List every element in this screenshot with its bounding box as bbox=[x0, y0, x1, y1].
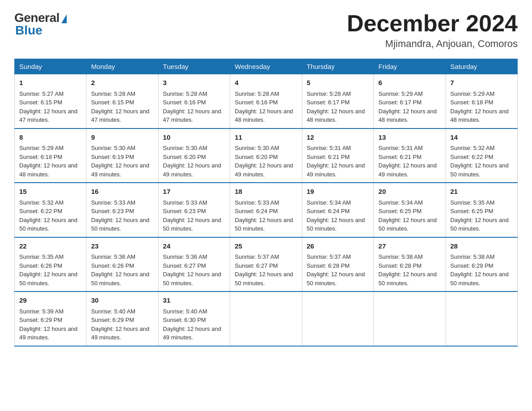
daylight-label: Daylight: 12 hours and 50 minutes. bbox=[450, 271, 509, 287]
daylight-label: Daylight: 12 hours and 49 minutes. bbox=[378, 162, 437, 178]
calendar-cell: 30 Sunrise: 5:40 AM Sunset: 6:29 PM Dayl… bbox=[86, 291, 158, 346]
header-tuesday: Tuesday bbox=[158, 59, 230, 74]
sunrise-label: Sunrise: 5:37 AM bbox=[307, 253, 351, 260]
sunset-label: Sunset: 6:23 PM bbox=[163, 208, 206, 214]
sunrise-label: Sunrise: 5:30 AM bbox=[91, 145, 135, 151]
sunset-label: Sunset: 6:25 PM bbox=[450, 208, 493, 214]
daylight-label: Daylight: 12 hours and 48 minutes. bbox=[378, 108, 437, 124]
sunset-label: Sunset: 6:26 PM bbox=[91, 262, 134, 269]
sunrise-label: Sunrise: 5:35 AM bbox=[450, 199, 495, 206]
daylight-label: Daylight: 12 hours and 50 minutes. bbox=[235, 271, 293, 287]
week-row-4: 22 Sunrise: 5:35 AM Sunset: 6:26 PM Dayl… bbox=[15, 237, 518, 292]
sunset-label: Sunset: 6:17 PM bbox=[378, 99, 421, 106]
day-number: 17 bbox=[163, 187, 225, 197]
daylight-label: Daylight: 12 hours and 49 minutes. bbox=[19, 325, 77, 341]
daylight-label: Daylight: 12 hours and 49 minutes. bbox=[91, 162, 149, 178]
calendar-cell: 7 Sunrise: 5:29 AM Sunset: 6:18 PM Dayli… bbox=[446, 74, 517, 128]
day-number: 11 bbox=[235, 133, 297, 143]
sunset-label: Sunset: 6:19 PM bbox=[91, 154, 134, 160]
sunrise-label: Sunrise: 5:40 AM bbox=[91, 308, 135, 315]
daylight-label: Daylight: 12 hours and 50 minutes. bbox=[91, 217, 149, 232]
calendar-cell: 25 Sunrise: 5:37 AM Sunset: 6:27 PM Dayl… bbox=[230, 237, 302, 292]
day-number: 7 bbox=[450, 78, 513, 88]
sunset-label: Sunset: 6:27 PM bbox=[235, 262, 278, 269]
sunset-label: Sunset: 6:22 PM bbox=[19, 208, 62, 214]
day-number: 4 bbox=[235, 78, 297, 88]
header-sunday: Sunday bbox=[15, 59, 86, 74]
calendar-cell: 10 Sunrise: 5:30 AM Sunset: 6:20 PM Dayl… bbox=[158, 128, 230, 183]
sunrise-label: Sunrise: 5:29 AM bbox=[378, 90, 423, 97]
daylight-label: Daylight: 12 hours and 48 minutes. bbox=[19, 162, 77, 178]
day-number: 22 bbox=[19, 241, 82, 252]
daylight-label: Daylight: 12 hours and 50 minutes. bbox=[307, 217, 365, 232]
day-number: 24 bbox=[163, 241, 225, 252]
sunset-label: Sunset: 6:24 PM bbox=[307, 208, 350, 214]
sunrise-label: Sunrise: 5:38 AM bbox=[450, 253, 495, 260]
sunrise-label: Sunrise: 5:28 AM bbox=[91, 90, 135, 97]
daylight-label: Daylight: 12 hours and 49 minutes. bbox=[307, 162, 365, 178]
calendar-cell: 19 Sunrise: 5:34 AM Sunset: 6:24 PM Dayl… bbox=[302, 183, 373, 237]
day-number: 20 bbox=[378, 187, 441, 197]
sunrise-label: Sunrise: 5:30 AM bbox=[235, 145, 279, 151]
calendar-cell: 27 Sunrise: 5:38 AM Sunset: 6:28 PM Dayl… bbox=[374, 237, 446, 292]
day-number: 31 bbox=[163, 295, 225, 306]
daylight-label: Daylight: 12 hours and 47 minutes. bbox=[91, 108, 149, 124]
sunset-label: Sunset: 6:29 PM bbox=[450, 262, 493, 269]
daylight-label: Daylight: 12 hours and 47 minutes. bbox=[19, 108, 77, 124]
day-number: 26 bbox=[307, 241, 369, 252]
sunset-label: Sunset: 6:18 PM bbox=[450, 99, 493, 106]
sunrise-label: Sunrise: 5:37 AM bbox=[235, 253, 279, 260]
sunset-label: Sunset: 6:26 PM bbox=[19, 262, 62, 269]
sunrise-label: Sunrise: 5:36 AM bbox=[163, 253, 207, 260]
day-number: 8 bbox=[19, 133, 82, 143]
sunrise-label: Sunrise: 5:40 AM bbox=[163, 308, 207, 315]
day-number: 27 bbox=[378, 241, 441, 252]
month-title: December 2024 bbox=[347, 11, 518, 36]
sunset-label: Sunset: 6:18 PM bbox=[19, 154, 62, 160]
calendar-cell: 26 Sunrise: 5:37 AM Sunset: 6:28 PM Dayl… bbox=[302, 237, 373, 292]
calendar-cell: 1 Sunrise: 5:27 AM Sunset: 6:15 PM Dayli… bbox=[15, 74, 86, 128]
daylight-label: Daylight: 12 hours and 48 minutes. bbox=[235, 108, 293, 124]
daylight-label: Daylight: 12 hours and 50 minutes. bbox=[91, 271, 149, 287]
sunset-label: Sunset: 6:16 PM bbox=[235, 99, 278, 106]
calendar-cell: 24 Sunrise: 5:36 AM Sunset: 6:27 PM Dayl… bbox=[158, 237, 230, 292]
daylight-label: Daylight: 12 hours and 47 minutes. bbox=[163, 108, 221, 124]
calendar-cell bbox=[374, 291, 446, 346]
day-number: 16 bbox=[91, 187, 153, 197]
calendar-cell bbox=[446, 291, 517, 346]
sunrise-label: Sunrise: 5:36 AM bbox=[91, 253, 135, 260]
calendar-cell: 2 Sunrise: 5:28 AM Sunset: 6:15 PM Dayli… bbox=[86, 74, 158, 128]
calendar-cell bbox=[230, 291, 302, 346]
daylight-label: Daylight: 12 hours and 49 minutes. bbox=[235, 162, 293, 178]
day-number: 18 bbox=[235, 187, 297, 197]
day-number: 15 bbox=[19, 187, 82, 197]
sunrise-label: Sunrise: 5:27 AM bbox=[19, 90, 64, 97]
calendar-cell: 5 Sunrise: 5:28 AM Sunset: 6:17 PM Dayli… bbox=[302, 74, 373, 128]
calendar-table: SundayMondayTuesdayWednesdayThursdayFrid… bbox=[14, 59, 518, 347]
daylight-label: Daylight: 12 hours and 50 minutes. bbox=[378, 271, 437, 287]
daylight-label: Daylight: 12 hours and 48 minutes. bbox=[450, 108, 509, 124]
calendar-cell: 9 Sunrise: 5:30 AM Sunset: 6:19 PM Dayli… bbox=[86, 128, 158, 183]
daylight-label: Daylight: 12 hours and 50 minutes. bbox=[235, 217, 293, 232]
sunrise-label: Sunrise: 5:32 AM bbox=[450, 145, 495, 151]
sunrise-label: Sunrise: 5:33 AM bbox=[235, 199, 279, 206]
daylight-label: Daylight: 12 hours and 49 minutes. bbox=[91, 325, 149, 341]
calendar-cell: 21 Sunrise: 5:35 AM Sunset: 6:25 PM Dayl… bbox=[446, 183, 517, 237]
header-wednesday: Wednesday bbox=[230, 59, 302, 74]
sunset-label: Sunset: 6:20 PM bbox=[235, 154, 278, 160]
header-saturday: Saturday bbox=[446, 59, 517, 74]
header-thursday: Thursday bbox=[302, 59, 373, 74]
sunset-label: Sunset: 6:25 PM bbox=[378, 208, 421, 214]
day-number: 1 bbox=[19, 78, 82, 88]
sunrise-label: Sunrise: 5:28 AM bbox=[307, 90, 351, 97]
sunrise-label: Sunrise: 5:34 AM bbox=[378, 199, 423, 206]
week-row-5: 29 Sunrise: 5:39 AM Sunset: 6:29 PM Dayl… bbox=[15, 291, 518, 346]
sunset-label: Sunset: 6:16 PM bbox=[163, 99, 206, 106]
daylight-label: Daylight: 12 hours and 50 minutes. bbox=[19, 217, 77, 232]
calendar-cell bbox=[302, 291, 373, 346]
title-block: December 2024 Mjimandra, Anjouan, Comoro… bbox=[347, 11, 518, 50]
sunset-label: Sunset: 6:15 PM bbox=[91, 99, 134, 106]
week-row-3: 15 Sunrise: 5:32 AM Sunset: 6:22 PM Dayl… bbox=[15, 183, 518, 237]
sunrise-label: Sunrise: 5:28 AM bbox=[235, 90, 279, 97]
week-row-2: 8 Sunrise: 5:29 AM Sunset: 6:18 PM Dayli… bbox=[15, 128, 518, 183]
